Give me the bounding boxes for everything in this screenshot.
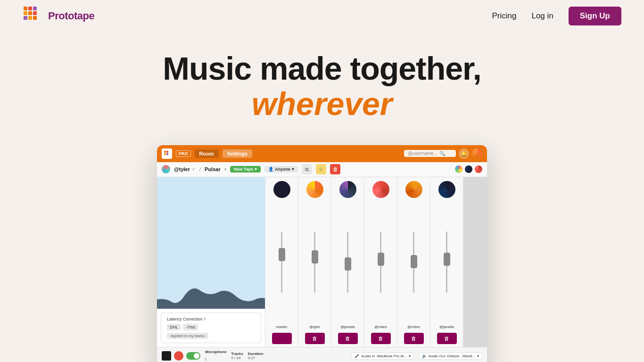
svg-rect-8 [33, 16, 37, 20]
waveform-area [157, 177, 265, 309]
star-button[interactable]: ☆ [316, 164, 326, 174]
miles1-delete-btn[interactable]: 🗑 [371, 333, 391, 344]
svg-rect-2 [33, 7, 37, 10]
ms-input[interactable]: -7ms [183, 324, 198, 330]
nav-links: Pricing Log in Sign Up [492, 7, 621, 25]
miles1-avatar [372, 181, 389, 198]
janelle1-delete-btn[interactable]: 🗑 [338, 333, 358, 344]
svg-rect-11 [164, 153, 166, 155]
separator: / [199, 166, 201, 172]
user-tag: @tyler ✓ [174, 166, 196, 172]
logo-text: Prototape [48, 10, 94, 22]
signup-button[interactable]: Sign Up [569, 7, 621, 25]
tape-dropdown-arrow[interactable]: ▾ [224, 167, 226, 172]
master-avatar [273, 181, 290, 198]
monitor-toggle[interactable] [186, 352, 200, 360]
tape-bar: @tyler ✓ / Pulsar ▾ New Tape ▾ 👤 Anyone … [157, 162, 487, 177]
master-delete-btn[interactable] [272, 333, 292, 344]
mic-info-icon: ℹ [205, 357, 206, 362]
miles2-fader-area [413, 202, 414, 323]
info-icon: ℹ [204, 317, 206, 321]
miles2-fader-handle[interactable] [411, 255, 417, 268]
person-icon: 👤 [268, 167, 273, 172]
app-screenshot: PRO Room Settings @username... 🔍 🔔 @tyle… [157, 145, 487, 362]
master-label: master [276, 325, 287, 329]
miles2-delete-btn[interactable]: 🗑 [404, 333, 424, 344]
anyone-label: Anyone [275, 167, 290, 172]
miles1-fader-area [380, 202, 381, 323]
master-fader-handle[interactable] [279, 248, 285, 261]
tyler-label: @tyler [309, 325, 320, 329]
audio-in-label: Audio in [361, 354, 375, 358]
audio-in-icon: 🎤 [355, 354, 359, 358]
search-icon: 🔍 [439, 151, 445, 156]
janelle2-fader-handle[interactable] [444, 253, 450, 266]
user-avatar[interactable] [472, 148, 482, 159]
track-janelle-2: @janelle 🗑 [430, 177, 463, 347]
janelle1-fader-area [347, 202, 348, 323]
master-fader-area [281, 202, 282, 323]
svg-rect-10 [166, 151, 168, 153]
left-panel: Latency Correction ℹ DHL -7ms Applied to… [157, 177, 265, 347]
username: @tyler [174, 166, 190, 172]
tape-name: Pulsar [205, 166, 221, 172]
notification-bell[interactable]: 🔔 [459, 148, 469, 159]
svg-rect-0 [24, 7, 27, 10]
toggle-knob [194, 353, 199, 359]
hero-title: Music made together, [0, 51, 644, 86]
anyone-button[interactable]: 👤 Anyone ▾ [264, 166, 298, 173]
tyler-fader-track [314, 231, 315, 293]
app-bottombar: Microphone ℹ Tracks 5 / 24 Duration 0:27… [157, 347, 487, 362]
microphone-label: Microphone [205, 350, 226, 354]
svg-rect-7 [28, 16, 32, 20]
tyler-delete-btn[interactable]: 🗑 [305, 333, 325, 344]
svg-rect-3 [24, 11, 27, 15]
record-button[interactable] [174, 351, 183, 361]
dhl-input[interactable]: DHL [167, 324, 181, 330]
search-box[interactable]: @username... 🔍 [404, 150, 456, 157]
mic-section: Microphone ℹ [205, 350, 226, 362]
svg-rect-9 [164, 151, 166, 153]
master-fader-track [281, 231, 282, 293]
latency-inputs: DHL -7ms [167, 324, 255, 330]
svg-rect-12 [166, 153, 168, 155]
logo[interactable]: Prototape [23, 6, 94, 26]
new-tape-button[interactable]: New Tape ▾ [230, 166, 261, 173]
janelle1-fader-handle[interactable] [345, 257, 351, 271]
color-swatch-1[interactable] [455, 165, 462, 173]
color-swatch-2[interactable] [465, 165, 472, 173]
janelle2-fader-track [446, 231, 447, 293]
tyler-fader-handle[interactable] [312, 250, 318, 263]
miles1-fader-handle[interactable] [378, 253, 384, 266]
janelle2-delete-btn[interactable]: 🗑 [437, 333, 457, 344]
janelle2-label: @janelle [439, 325, 454, 329]
tab-settings[interactable]: Settings [223, 149, 252, 158]
track-tyler: @tyler 🗑 [298, 177, 331, 347]
svg-rect-6 [24, 16, 27, 20]
audio-out-selector[interactable]: 🔊 Audio Out Default - MacB... ▾ [419, 353, 482, 360]
login-link[interactable]: Log in [531, 11, 553, 21]
device-out-name: Default - MacB... [447, 354, 475, 358]
miles1-label: @miles [374, 325, 387, 329]
pricing-link[interactable]: Pricing [492, 11, 516, 21]
janelle2-avatar [438, 181, 455, 198]
stop-button[interactable] [162, 351, 171, 361]
track-janelle-1: @janelle 🗑 [331, 177, 364, 347]
audio-in-selector[interactable]: 🎤 Audio in MacBook Pro M... ▾ [351, 353, 414, 360]
svg-rect-1 [28, 7, 32, 10]
latency-box: Latency Correction ℹ DHL -7ms Applied to… [161, 313, 261, 343]
duration-value: 0:27 [248, 356, 264, 360]
color-swatch-3[interactable] [475, 165, 482, 173]
delete-button[interactable]: 🗑 [330, 164, 340, 174]
device-out-arrow: ▾ [477, 354, 479, 358]
miles2-label: @miles [407, 325, 420, 329]
app-main: Latency Correction ℹ DHL -7ms Applied to… [157, 177, 487, 347]
tab-room[interactable]: Room [195, 149, 219, 158]
app-logo-small [162, 148, 172, 159]
latency-applied: Applied to my tracks [167, 333, 208, 339]
hero-subtitle: wherever [0, 86, 644, 122]
device-in-name: MacBook Pro M... [377, 354, 407, 358]
logo-icon [23, 6, 43, 26]
verified-icon: ✓ [192, 167, 196, 172]
copy-link-button[interactable]: ⧉ [302, 164, 312, 174]
